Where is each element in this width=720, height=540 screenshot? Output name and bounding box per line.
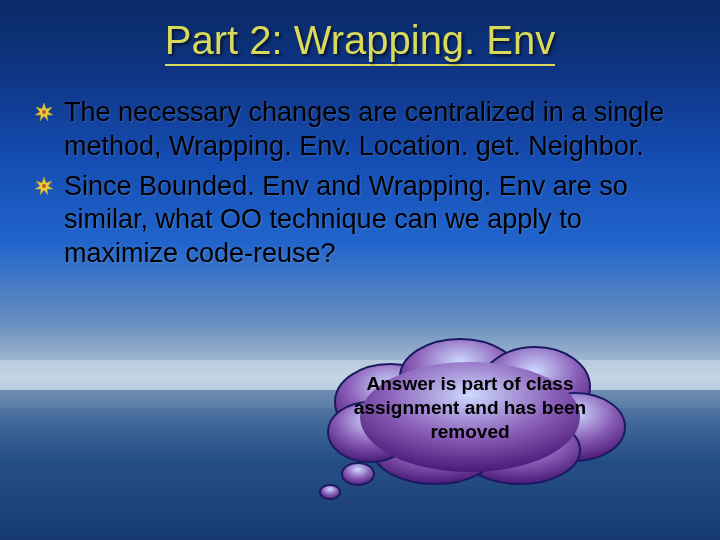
list-item: The necessary changes are centralized in… xyxy=(34,96,690,164)
slide-body: The necessary changes are centralized in… xyxy=(34,96,690,277)
svg-point-3 xyxy=(42,184,46,188)
bullet-text: Since Bounded. Env and Wrapping. Env are… xyxy=(64,170,690,271)
slide: Part 2: Wrapping. Env The necessary chan… xyxy=(0,0,720,540)
svg-point-13 xyxy=(320,485,340,499)
slide-title: Part 2: Wrapping. Env xyxy=(0,18,720,63)
bullet-text: The necessary changes are centralized in… xyxy=(64,96,690,164)
starburst-icon xyxy=(34,102,54,122)
svg-point-1 xyxy=(42,110,46,114)
title-text: Part 2: Wrapping. Env xyxy=(165,18,556,66)
list-item: Since Bounded. Env and Wrapping. Env are… xyxy=(34,170,690,271)
svg-point-12 xyxy=(342,463,374,485)
starburst-icon xyxy=(34,176,54,196)
callout-text: Answer is part of class assignment and h… xyxy=(345,372,595,443)
